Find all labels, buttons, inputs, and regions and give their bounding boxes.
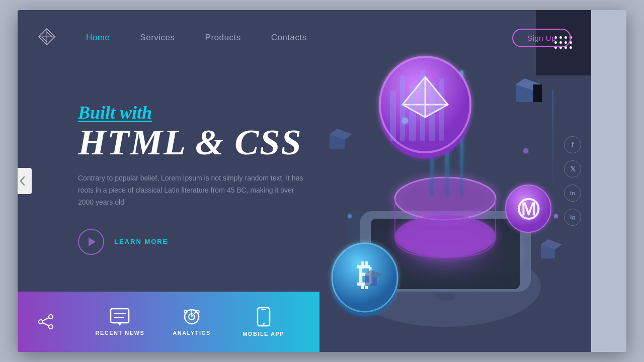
left-arrow-button[interactable] [18, 168, 32, 194]
nav-home[interactable]: Home [86, 33, 110, 42]
svg-rect-55 [111, 309, 129, 323]
linkedin-icon[interactable]: in [564, 185, 581, 202]
scroll-indicator [552, 90, 553, 191]
facebook-icon[interactable]: f [564, 136, 581, 153]
analytics-label: ANALYTICS [173, 330, 210, 336]
svg-point-43 [554, 214, 558, 218]
instagram-icon[interactable]: ig [564, 209, 581, 226]
recent-news-label: RECENT NEWS [95, 330, 144, 336]
hero-text: Built with HTML & CSS Contrary to popula… [78, 102, 531, 254]
hero-title: HTML & CSS [78, 124, 531, 160]
mobile-app-item[interactable]: MOBILE APP [227, 307, 299, 337]
nav-contacts[interactable]: Contacts [271, 33, 307, 42]
mobile-app-label: MOBILE APP [243, 331, 284, 337]
nav-links: Home Services Products Contacts [86, 33, 512, 43]
social-sidebar: f 𝕏 in ig [564, 136, 581, 226]
analytics-item[interactable]: ANALYTICS [156, 308, 228, 336]
svg-marker-33 [533, 84, 542, 102]
hero-subtitle: Built with [78, 102, 531, 123]
bottom-bar: RECENT NEWS ANALYTICS [18, 292, 319, 352]
svg-line-53 [43, 318, 49, 321]
learn-more-label: LEARN MORE [114, 238, 168, 245]
hero-description: Contrary to popular belief, Lorem Ipsum … [78, 172, 309, 208]
right-panel [591, 10, 626, 352]
svg-point-51 [49, 315, 53, 319]
recent-news-item[interactable]: RECENT NEWS [84, 308, 156, 336]
play-triangle-icon [89, 237, 96, 246]
share-icon-area[interactable] [38, 314, 54, 330]
play-button[interactable] [78, 229, 104, 255]
svg-point-50 [39, 320, 43, 324]
main-container: Home Services Products Contacts Sign Up [18, 10, 591, 352]
svg-line-54 [43, 323, 49, 326]
nav-products[interactable]: Products [205, 33, 241, 42]
nav-services[interactable]: Services [140, 33, 175, 42]
navbar: Home Services Products Contacts Sign Up [18, 10, 591, 65]
twitter-icon[interactable]: 𝕏 [564, 160, 581, 177]
svg-point-52 [49, 325, 53, 329]
learn-more-section: LEARN MORE [78, 229, 531, 255]
signup-button[interactable]: Sign Up [512, 29, 571, 47]
logo[interactable] [38, 28, 86, 48]
svg-point-7 [435, 293, 455, 301]
svg-point-65 [263, 323, 265, 325]
